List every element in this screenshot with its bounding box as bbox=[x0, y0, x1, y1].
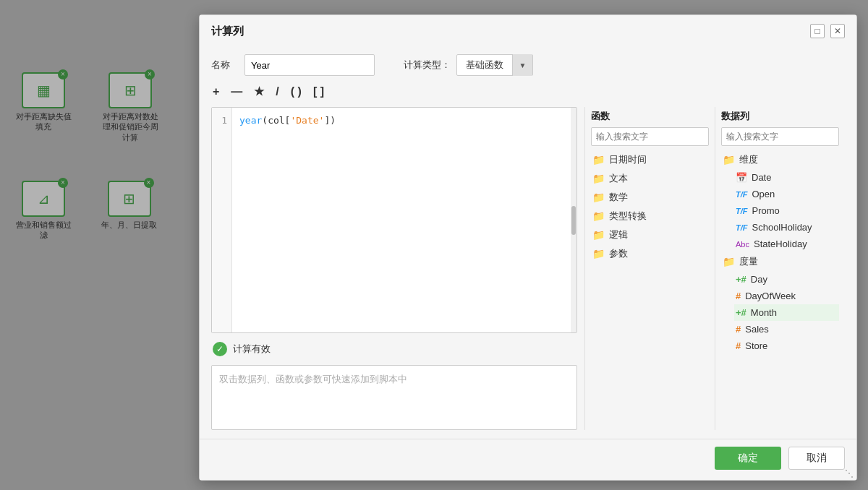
data-columns-search[interactable] bbox=[721, 127, 839, 146]
dialog-window: 计算列 □ ✕ 名称 计算类型： 基础函数 ▼ + — ★ / ( ) bbox=[199, 14, 857, 481]
maximize-button[interactable]: □ bbox=[810, 24, 825, 38]
resize-handle[interactable]: ⋱ bbox=[845, 468, 854, 477]
group-dimensions-label: 维度 bbox=[739, 153, 758, 166]
calc-type-group: 计算类型： 基础函数 ▼ bbox=[404, 54, 533, 76]
col-open[interactable]: T/F Open bbox=[734, 186, 839, 202]
col-day[interactable]: +# Day bbox=[734, 271, 839, 288]
confirm-button[interactable]: 确定 bbox=[715, 447, 781, 470]
functions-title: 函数 bbox=[591, 107, 709, 127]
calc-type-dropdown-icon[interactable]: ▼ bbox=[512, 54, 532, 76]
toolbar-brackets[interactable]: [ ] bbox=[312, 85, 326, 98]
date-icon: 📅 bbox=[736, 172, 747, 183]
col-open-label: Open bbox=[752, 189, 775, 199]
col-stateholiday[interactable]: Abc StateHoliday bbox=[734, 236, 839, 252]
folder-icon-measures: 📁 bbox=[723, 256, 735, 267]
col-dayofweek[interactable]: # DayOfWeek bbox=[734, 288, 839, 304]
tf-icon-schoolholiday: T/F bbox=[736, 223, 748, 232]
folder-icon-text: 📁 bbox=[592, 173, 605, 184]
col-schoolholiday-label: SchoolHoliday bbox=[752, 222, 812, 233]
category-datetime-label: 日期时间 bbox=[609, 153, 647, 166]
dialog-title: 计算列 bbox=[211, 25, 244, 38]
name-row: 名称 计算类型： 基础函数 ▼ bbox=[211, 54, 845, 76]
group-dimensions[interactable]: 📁 维度 bbox=[721, 150, 839, 169]
folder-icon-logic: 📁 bbox=[592, 229, 605, 241]
category-typeconv-label: 类型转换 bbox=[609, 210, 647, 223]
toolbar: + — ★ / ( ) [ ] bbox=[211, 83, 845, 100]
tf-icon-open: T/F bbox=[736, 190, 748, 199]
code-string: 'Date' bbox=[290, 115, 324, 126]
functions-tree: 📁 日期时间 📁 文本 📁 数学 📁 类 bbox=[591, 150, 709, 430]
code-editor[interactable]: 1 year(col['Date']) bbox=[211, 107, 577, 333]
script-hint-box: 双击数据列、函数或参数可快速添加到脚本中 bbox=[211, 365, 577, 430]
status-text: 计算有效 bbox=[233, 343, 271, 356]
code-col: col[ bbox=[268, 115, 290, 126]
category-param[interactable]: 📁 参数 bbox=[591, 244, 709, 263]
col-month[interactable]: +# Month bbox=[734, 304, 839, 321]
editor-panel: 1 year(col['Date']) ✓ 计算有效 双击数据列、函数或参数可快… bbox=[211, 107, 577, 430]
toolbar-parens[interactable]: ( ) bbox=[289, 85, 303, 98]
dialog-titlebar: 计算列 □ ✕ bbox=[200, 15, 856, 46]
col-stateholiday-label: StateHoliday bbox=[754, 238, 807, 249]
group-measures[interactable]: 📁 度量 bbox=[721, 252, 839, 271]
measures-items: +# Day # DayOfWeek +# Month bbox=[721, 271, 839, 354]
line-numbers: 1 bbox=[212, 108, 232, 332]
toolbar-star[interactable]: ★ bbox=[252, 85, 265, 98]
cancel-button[interactable]: 取消 bbox=[788, 447, 845, 470]
category-text-label: 文本 bbox=[609, 172, 628, 185]
calc-type-select[interactable]: 基础函数 ▼ bbox=[456, 54, 533, 76]
col-schoolholiday[interactable]: T/F SchoolHoliday bbox=[734, 219, 839, 236]
col-promo-label: Promo bbox=[752, 205, 780, 216]
name-input[interactable] bbox=[244, 54, 375, 76]
status-icon: ✓ bbox=[213, 342, 227, 356]
toolbar-plus[interactable]: + bbox=[211, 85, 221, 98]
tf-icon-promo: T/F bbox=[736, 207, 748, 215]
code-content[interactable]: year(col['Date']) bbox=[232, 108, 571, 332]
abc-icon-stateholiday: Abc bbox=[736, 240, 749, 249]
toolbar-minus[interactable]: — bbox=[229, 85, 244, 98]
status-bar: ✓ 计算有效 bbox=[211, 339, 577, 359]
category-text[interactable]: 📁 文本 bbox=[591, 169, 709, 188]
folder-icon-math: 📁 bbox=[592, 192, 605, 203]
functions-panel: 函数 📁 日期时间 📁 文本 📁 数学 bbox=[585, 107, 715, 430]
num-icon-store: # bbox=[736, 340, 741, 351]
calc-type-value: 基础函数 bbox=[457, 54, 512, 76]
script-hint-text: 双击数据列、函数或参数可快速添加到脚本中 bbox=[219, 373, 407, 386]
num-icon-sales: # bbox=[736, 324, 741, 335]
numplus-icon-month: +# bbox=[736, 307, 746, 318]
category-logic[interactable]: 📁 逻辑 bbox=[591, 225, 709, 244]
numplus-icon-day: +# bbox=[736, 274, 746, 285]
category-math-label: 数学 bbox=[609, 191, 628, 204]
name-label: 名称 bbox=[211, 59, 230, 72]
col-sales[interactable]: # Sales bbox=[734, 321, 839, 338]
code-keyword: year bbox=[239, 115, 262, 126]
dimensions-items: 📅 Date T/F Open T/F Promo bbox=[721, 169, 839, 252]
dialog-footer: 确定 取消 bbox=[200, 439, 856, 480]
folder-icon-dimensions: 📁 bbox=[723, 154, 735, 166]
toolbar-slash[interactable]: / bbox=[274, 85, 280, 98]
col-date[interactable]: 📅 Date bbox=[734, 169, 839, 186]
col-day-label: Day bbox=[751, 274, 767, 285]
category-datetime[interactable]: 📁 日期时间 bbox=[591, 150, 709, 169]
code-close: ]) bbox=[324, 115, 336, 126]
category-logic-label: 逻辑 bbox=[609, 228, 628, 241]
editor-scrollbar[interactable] bbox=[571, 108, 576, 332]
group-measures-label: 度量 bbox=[739, 255, 758, 268]
col-store[interactable]: # Store bbox=[734, 338, 839, 354]
col-month-label: Month bbox=[751, 307, 777, 318]
close-button[interactable]: ✕ bbox=[830, 24, 845, 38]
category-math[interactable]: 📁 数学 bbox=[591, 188, 709, 207]
data-columns-tree: 📁 维度 📅 Date T/F Open bbox=[721, 150, 839, 430]
dialog-body: 名称 计算类型： 基础函数 ▼ + — ★ / ( ) [ ] bbox=[200, 46, 856, 439]
col-date-label: Date bbox=[752, 172, 771, 183]
num-icon-dayofweek: # bbox=[736, 291, 741, 301]
functions-search[interactable] bbox=[591, 127, 709, 146]
folder-icon-param: 📁 bbox=[592, 248, 605, 259]
folder-icon-typeconv: 📁 bbox=[592, 210, 605, 222]
col-dayofweek-label: DayOfWeek bbox=[745, 291, 796, 301]
code-paren-open: ( bbox=[262, 115, 268, 126]
calc-type-label: 计算类型： bbox=[404, 59, 451, 72]
col-promo[interactable]: T/F Promo bbox=[734, 202, 839, 219]
data-columns-title: 数据列 bbox=[721, 107, 839, 127]
scrollbar-thumb bbox=[571, 206, 576, 235]
category-typeconv[interactable]: 📁 类型转换 bbox=[591, 207, 709, 225]
